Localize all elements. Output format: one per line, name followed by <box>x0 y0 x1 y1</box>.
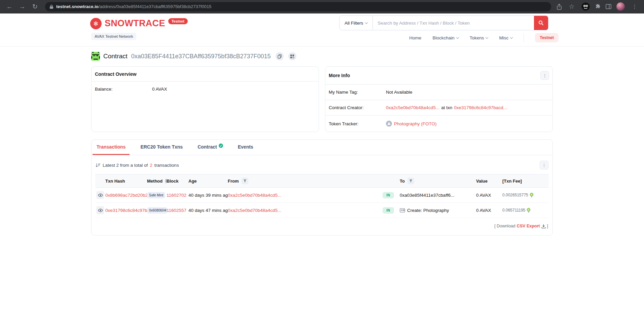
browser-nav-buttons: ← → ↻ <box>5 2 40 11</box>
col-from: From <box>228 175 383 188</box>
back-icon[interactable]: ← <box>5 2 14 11</box>
to-address: 0xa03e85f4411e37cbaff6... <box>400 193 454 198</box>
tx-preview-eye-icon[interactable] <box>96 206 104 214</box>
table-header-row: Txn Hash Methodi Block Age From To <box>95 175 549 188</box>
tab-transactions[interactable]: Transactions <box>93 140 130 155</box>
tab-contract[interactable]: Contract <box>193 140 227 155</box>
tab-events[interactable]: Events <box>234 140 257 155</box>
more-info-menu-icon[interactable]: ⋮ <box>540 71 549 80</box>
tx-options-menu-icon[interactable]: ⋮ <box>540 161 548 169</box>
tx-age: 40 days 47 mins ago <box>188 208 228 213</box>
page-title-row: Contract 0xa03E85F4411e37CBAff635975bf38… <box>91 51 553 61</box>
chevron-down-icon <box>486 36 488 38</box>
tx-preview-eye-icon[interactable] <box>96 191 104 199</box>
to-contract-name: Create: Photography <box>407 208 449 213</box>
balance-label: Balance: <box>95 87 152 92</box>
method-badge: Safe Mint <box>147 192 165 198</box>
col-eye <box>95 175 105 188</box>
to-filter-icon[interactable] <box>407 178 414 184</box>
snowtrace-logo-icon[interactable]: ❄ <box>90 18 102 29</box>
extension-owl-icon[interactable] <box>581 2 590 11</box>
testnet-network-button[interactable]: Testnet <box>535 33 559 42</box>
tx-fee: 0.065711195 <box>502 208 525 213</box>
nav-tokens[interactable]: Tokens <box>470 35 488 40</box>
download-icon <box>541 224 546 228</box>
creator-conjunction: at txn <box>441 105 452 110</box>
browser-menu-icon[interactable]: ⋮ <box>630 2 639 11</box>
reload-icon[interactable]: ↻ <box>30 2 40 11</box>
tx-summary-suffix: transactions <box>154 163 179 168</box>
name-tag-value: Not Available <box>386 90 413 95</box>
balance-row: Balance: 0 AVAX <box>92 82 319 97</box>
chevron-down-icon <box>365 21 367 24</box>
profile-avatar[interactable] <box>616 2 625 11</box>
side-panel-icon[interactable] <box>606 4 611 9</box>
tab-erc20-token-txns[interactable]: ERC20 Token Txns <box>136 140 187 155</box>
share-icon[interactable] <box>557 4 562 10</box>
col-txn-fee: [Txn Fee] <box>502 175 549 188</box>
nav-blockchain[interactable]: Blockchain <box>432 35 458 40</box>
col-value: Value <box>476 175 502 188</box>
transactions-card: Transactions ERC20 Token Txns Contract E… <box>91 139 553 235</box>
csv-export-link[interactable]: CSV Export <box>517 224 540 228</box>
txn-hash-link[interactable]: 0xe31798c6c84c97bacd... <box>105 208 147 213</box>
creator-txn-link[interactable]: 0xe31798c6c84c97bacd... <box>454 105 507 110</box>
more-info-card: More Info ⋮ My Name Tag: Not Available C… <box>325 66 553 132</box>
tx-total-count: 2 <box>150 163 152 168</box>
from-address-link[interactable]: 0xa2c5e0bd70b48a4cd5... <box>228 208 281 213</box>
tx-summary-prefix: Latest 2 from a total of <box>103 163 148 168</box>
col-txn-hash: Txn Hash <box>105 175 147 188</box>
brand-name[interactable]: SNOWTRACE <box>105 18 165 29</box>
bookmark-icon[interactable]: ☆ <box>567 2 576 11</box>
main-nav: Home Blockchain Tokens Misc Testnet <box>409 33 559 42</box>
block-link[interactable]: 11602702 <box>167 193 186 198</box>
search-button[interactable] <box>534 16 548 30</box>
token-tracker-link[interactable]: Photography (FOTO) <box>394 121 437 126</box>
verified-check-icon <box>219 144 223 148</box>
brand-block: ❄ SNOWTRACE Testnet AVAX Testnet Network <box>90 18 188 40</box>
tx-value: 0 AVAX <box>476 208 491 213</box>
contract-creator-row: Contract Creator: 0xa2c5e0bd70b48a4cd5..… <box>325 100 552 115</box>
tx-summary-row: Latest 2 from a total of 2 transactions … <box>92 155 552 174</box>
browser-toolbar: ← → ↻ testnet.snowtrace.io/address/0xa03… <box>0 0 644 13</box>
method-badge: 0x60806040 <box>147 207 167 214</box>
name-tag-row: My Name Tag: Not Available <box>325 85 552 100</box>
block-link[interactable]: 11602557 <box>167 208 186 213</box>
txn-hash-link[interactable]: 0x8b698ac72bd20b2a64... <box>105 193 147 198</box>
contract-address: 0xa03E85F4411e37CBAff635975bf38cB2737F00… <box>131 53 271 60</box>
nav-home[interactable]: Home <box>409 35 421 40</box>
main-content: Contract 0xa03E85F4411e37CBAff635975bf38… <box>91 51 553 235</box>
contract-blockie-icon <box>91 52 100 61</box>
chevron-down-icon <box>510 36 513 38</box>
copy-address-button[interactable] <box>276 52 284 60</box>
from-address-link[interactable]: 0xa2c5e0bd70b48a4cd5... <box>228 193 281 198</box>
col-age[interactable]: Age <box>188 175 228 188</box>
copy-icon <box>278 54 282 59</box>
direction-badge: IN <box>383 192 394 198</box>
tabs-row: Transactions ERC20 Token Txns Contract E… <box>92 140 552 155</box>
search-icon <box>538 20 544 26</box>
qr-code-button[interactable] <box>288 52 296 60</box>
url-text: testnet.snowtrace.io/address/0xa03e85f44… <box>56 4 211 9</box>
page-title: Contract <box>103 53 128 60</box>
search-filter-dropdown[interactable]: All Filters <box>339 16 373 30</box>
from-filter-icon[interactable] <box>242 178 248 184</box>
token-tracker-label: Token Tracker: <box>329 121 386 126</box>
gas-bulb-icon <box>530 193 534 198</box>
token-logo-icon <box>386 121 392 127</box>
forward-icon[interactable]: → <box>17 2 27 11</box>
nav-misc[interactable]: Misc <box>499 35 512 40</box>
browser-actions: ☆ ⋮ <box>557 2 639 11</box>
col-block: Block <box>167 175 188 188</box>
creator-address-link[interactable]: 0xa2c5e0bd70b48a4cd5... <box>386 105 439 110</box>
gas-bulb-icon <box>527 208 531 213</box>
csv-close-bracket: ] <box>547 224 548 228</box>
extensions-puzzle-icon[interactable] <box>595 4 601 9</box>
url-domain: testnet.snowtrace.io <box>56 4 99 9</box>
balance-value: 0 AVAX <box>152 87 167 92</box>
sort-icon <box>96 163 101 167</box>
address-bar[interactable]: testnet.snowtrace.io/address/0xa03e85f44… <box>45 2 551 11</box>
site-header: ❄ SNOWTRACE Testnet AVAX Testnet Network… <box>0 13 644 46</box>
search-input[interactable] <box>373 16 534 30</box>
overview-card-title: Contract Overview <box>95 71 137 77</box>
